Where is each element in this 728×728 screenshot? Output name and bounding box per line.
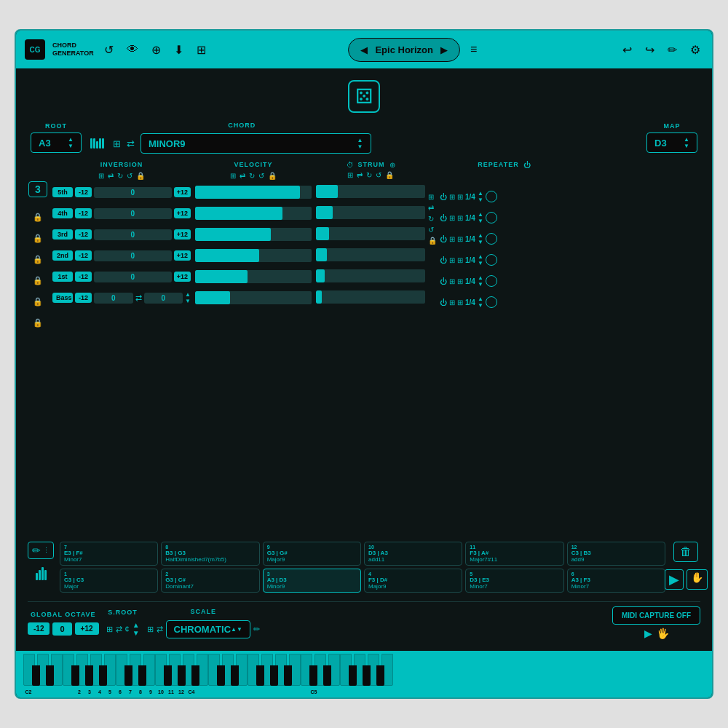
inv-minus-0[interactable]: -12 xyxy=(75,187,92,197)
scale-control[interactable]: CHROMATIC ▲▼ xyxy=(166,620,250,638)
piano-key-3-1[interactable] xyxy=(309,665,317,686)
inv-lock[interactable]: 🔒 xyxy=(136,172,145,180)
chord-arrows[interactable]: ▲▼ xyxy=(357,137,363,150)
oct-plus-btn[interactable]: +12 xyxy=(75,622,99,635)
piano-key-2-8[interactable] xyxy=(270,665,278,686)
scale-arrows[interactable]: ▲▼ xyxy=(231,626,242,633)
redo-icon[interactable]: ↪ xyxy=(642,40,657,60)
pen-icon[interactable]: ✏ xyxy=(665,40,680,60)
lock-5th[interactable]: 🔒 xyxy=(33,207,43,226)
piano-key-1-8[interactable] xyxy=(178,665,186,686)
hand-icon[interactable]: ✋ xyxy=(687,569,708,590)
rpt-arrows-3[interactable]: ▲▼ xyxy=(478,253,483,266)
map-control[interactable]: D3 ▲▼ xyxy=(646,132,697,153)
bass-shuffle[interactable]: ⇄ xyxy=(135,293,142,303)
midi-play-icon[interactable]: ▶ xyxy=(644,628,652,639)
sroot-c-icon[interactable]: ¢ xyxy=(125,625,130,633)
prev-preset-icon[interactable]: ◀ xyxy=(357,41,371,58)
chord-slot-top-4[interactable]: 11 F3 | A# Major7#11 xyxy=(465,542,563,566)
vel-loop[interactable]: ↻ xyxy=(249,172,255,180)
oct-minus-btn[interactable]: -12 xyxy=(28,622,50,635)
bars-tool[interactable] xyxy=(32,565,50,582)
map-arrows[interactable]: ▲▼ xyxy=(684,136,689,149)
rpt-global-undo[interactable]: ↺ xyxy=(428,226,437,234)
chord-slot-bot-2[interactable]: 3 A3 | D3 Minor9 xyxy=(263,569,361,593)
chord-slot-top-5[interactable]: 12 C3 | B3 add9 xyxy=(567,542,665,566)
pencil-tool[interactable]: ✏ ⋮ xyxy=(28,542,54,559)
chord-slot-top-2[interactable]: 9 G3 | G# Major9 xyxy=(263,542,361,566)
rpt-power-4[interactable]: ⏻ xyxy=(440,277,447,285)
vel-bar-bg-5[interactable] xyxy=(195,291,312,304)
piano-key-1-10[interactable] xyxy=(191,665,199,686)
settings-icon[interactable]: ⚙ xyxy=(687,40,703,60)
str-bar-bg-3[interactable] xyxy=(316,248,425,261)
rpt-arrows-4[interactable]: ▲▼ xyxy=(478,274,483,288)
rpt-circle-4[interactable] xyxy=(486,275,497,287)
str-bar-bg-2[interactable] xyxy=(316,227,425,240)
lock-2nd[interactable]: 🔒 xyxy=(33,271,43,290)
chord-dice-icon[interactable]: ⊞ xyxy=(113,138,121,149)
rpt-arrows-0[interactable]: ▲▼ xyxy=(478,190,483,203)
chord-slot-top-3[interactable]: 10 D3 | A3 add11 xyxy=(364,542,462,566)
inv-plus-1[interactable]: +12 xyxy=(174,208,191,218)
midi-capture-btn[interactable]: MIDI CAPTURE OFF xyxy=(612,606,700,625)
piano-key-2-3[interactable] xyxy=(231,665,239,686)
menu-icon[interactable]: ≡ xyxy=(467,40,480,59)
rpt-power-1[interactable]: ⏻ xyxy=(440,214,447,222)
inv-minus-1[interactable]: -12 xyxy=(75,208,92,218)
eye-icon[interactable]: 👁 xyxy=(124,40,141,59)
vel-bar-bg-1[interactable] xyxy=(195,207,312,220)
vel-dice[interactable]: ⊞ xyxy=(230,172,236,180)
rpt-power-0[interactable]: ⏻ xyxy=(440,193,447,201)
grid-icon[interactable]: ⊞ xyxy=(194,40,209,60)
lock-bass[interactable]: 🔒 xyxy=(33,313,43,332)
undo-icon[interactable]: ↩ xyxy=(620,40,635,60)
piano-key-0-1[interactable] xyxy=(32,665,40,686)
chord-shuffle-icon[interactable]: ⇄ xyxy=(127,138,135,149)
root-arrows[interactable]: ▲▼ xyxy=(68,136,74,149)
rpt-global-lock[interactable]: 🔒 xyxy=(428,237,437,245)
rpt-power-5[interactable]: ⏻ xyxy=(440,298,447,306)
chord-slot-top-0[interactable]: 7 E3 | F# Minor7 xyxy=(60,542,158,566)
vel-bar-bg-4[interactable] xyxy=(195,270,312,283)
str-bar-bg-4[interactable] xyxy=(316,269,425,282)
str-shuffle[interactable]: ⇄ xyxy=(357,171,363,179)
piano-key-1-1[interactable] xyxy=(124,665,132,686)
rpt-global-shuffle[interactable]: ⇄ xyxy=(428,204,437,212)
piano-key-0-8[interactable] xyxy=(85,665,93,686)
str-dice[interactable]: ⊞ xyxy=(347,171,353,179)
inv-plus-3[interactable]: +12 xyxy=(174,250,191,261)
piano-key-3-3[interactable] xyxy=(323,665,331,686)
scale-edit-icon[interactable]: ✏ xyxy=(253,625,260,634)
piano-key-0-10[interactable] xyxy=(99,665,107,686)
rpt-circle-2[interactable] xyxy=(486,233,497,245)
piano-key-0-6[interactable] xyxy=(71,665,79,686)
chord-slot-bot-4[interactable]: 5 D3 | E3 Minor7 xyxy=(465,569,563,593)
chord-slot-bot-0[interactable]: 1 C3 | C3 Major xyxy=(60,569,158,593)
rpt-arrows-1[interactable]: ▲▼ xyxy=(478,211,483,224)
rpt-circle-1[interactable] xyxy=(486,212,497,223)
inv-undo[interactable]: ↺ xyxy=(127,172,132,180)
piano-key-1-6[interactable] xyxy=(164,665,172,686)
play-icon[interactable]: ▶ xyxy=(665,569,684,590)
inv-minus-4[interactable]: -12 xyxy=(75,272,92,282)
piano-key-3-8[interactable] xyxy=(363,665,371,686)
rpt-arrows-5[interactable]: ▲▼ xyxy=(478,296,483,309)
rpt-power-2[interactable]: ⏻ xyxy=(440,235,447,243)
vel-bar-bg-3[interactable] xyxy=(195,249,312,262)
str-undo[interactable]: ↺ xyxy=(376,171,381,179)
midi-hand-icon[interactable]: 🖐 xyxy=(657,628,669,639)
rpt-dice-3[interactable]: ⊞ xyxy=(457,256,463,264)
inv-plus-4[interactable]: +12 xyxy=(174,272,191,282)
bass-arrows[interactable]: ▲▼ xyxy=(185,291,191,304)
rpt-circle-0[interactable] xyxy=(486,191,497,202)
rpt-grid-3[interactable]: ⊞ xyxy=(449,256,455,264)
download-icon[interactable]: ⬇ xyxy=(171,40,186,60)
sroot-dice[interactable]: ⊞ xyxy=(106,625,113,634)
preset-area[interactable]: ◀ Epic Horizon ▶ xyxy=(348,38,459,62)
rpt-dice-4[interactable]: ⊞ xyxy=(457,277,463,285)
rpt-grid-0[interactable]: ⊞ xyxy=(449,193,455,201)
piano-key-2-1[interactable] xyxy=(217,665,225,686)
rpt-arrows-2[interactable]: ▲▼ xyxy=(478,232,483,245)
vel-bar-bg-2[interactable] xyxy=(195,228,312,241)
